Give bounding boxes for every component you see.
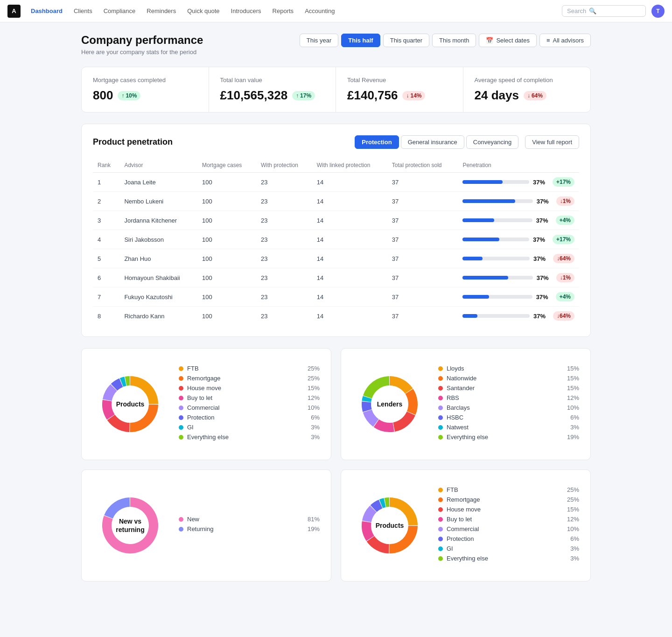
legend-item: House move 15% [179, 385, 320, 392]
col-rank: Rank [93, 158, 119, 173]
col-linked: With linked protection [312, 158, 387, 173]
period-this-half[interactable]: This half [341, 34, 380, 47]
nav-item-introducers[interactable]: Introducers [226, 5, 266, 17]
change-badge: +17% [553, 235, 574, 244]
period-this-year[interactable]: This year [300, 34, 338, 47]
charts-row-1: Products FTB 25% Remortgage 25% House mo… [81, 348, 591, 460]
navigation: A Dashboard Clients Compliance Reminders… [0, 0, 672, 22]
legend-name: Everything else [187, 434, 229, 441]
progress-bar-fill [462, 276, 508, 280]
nav-item-reminders[interactable]: Reminders [142, 5, 181, 17]
cell-with-protection: 23 [256, 307, 312, 326]
view-report-button[interactable]: View full report [525, 135, 579, 149]
progress-bar-fill [462, 295, 489, 299]
cell-advisor: Nembo Lukeni [119, 192, 197, 211]
legend-item: FTB 25% [438, 486, 579, 493]
legend-name: Everything else [447, 555, 488, 562]
products2-legend: FTB 25% Remortgage 25% House move 15% [438, 486, 579, 565]
legend-name: Protection [187, 414, 215, 421]
products-chart: Products FTB 25% Remortgage 25% House mo… [81, 348, 331, 460]
new-vs-returning-donut: New vs returning [93, 488, 168, 563]
cell-with-protection: 23 [256, 173, 312, 192]
legend-item: Protection 6% [438, 535, 579, 542]
cell-penetration: 37% ↓1% [458, 192, 579, 211]
cell-penetration: 37% +4% [458, 211, 579, 230]
lenders-legend: Lloyds 15% Nationwide 15% Santander 15% [438, 365, 579, 443]
cell-with-protection: 23 [256, 211, 312, 230]
cell-rank: 8 [93, 307, 119, 326]
nav-item-compliance[interactable]: Compliance [99, 5, 140, 17]
nav-item-dashboard[interactable]: Dashboard [26, 5, 67, 17]
cell-advisor: Joana Leite [119, 173, 197, 192]
legend-pct: 6% [570, 414, 579, 421]
legend-item: HSBC 6% [438, 414, 579, 421]
tab-protection[interactable]: Protection [355, 135, 399, 149]
cell-with-protection: 23 [256, 230, 312, 249]
legend-name: House move [447, 506, 481, 513]
arrow-down-icon: ↓ [406, 92, 409, 99]
progress-bar-bg [462, 199, 532, 203]
tab-general-insurance[interactable]: General insurance [401, 135, 464, 149]
legend-name: Commercial [187, 404, 219, 411]
cell-linked-protection: 14 [312, 230, 387, 249]
cell-rank: 5 [93, 249, 119, 268]
cell-linked-protection: 14 [312, 268, 387, 287]
legend-pct: 25% [308, 365, 320, 372]
page-subtitle: Here are your company stats for the peri… [81, 49, 203, 56]
products-legend: FTB 25% Remortgage 25% House move 15% [179, 365, 320, 443]
tab-conveyancing[interactable]: Conveyancing [466, 135, 518, 149]
legend-item: Everything else 3% [438, 555, 579, 562]
legend-dot [179, 517, 183, 522]
legend-dot [438, 546, 443, 551]
progress-bar-fill [462, 314, 477, 318]
period-this-month[interactable]: This month [432, 34, 476, 47]
legend-item: Everything else 3% [179, 434, 320, 441]
stat-mortgage-cases: Mortgage cases completed 800 ↑ 10% [82, 67, 209, 112]
legend-dot [438, 366, 443, 371]
progress-bar-bg [462, 238, 529, 241]
cell-mortgage-cases: 100 [197, 192, 256, 211]
legend-name: New [187, 516, 199, 523]
legend-dot [179, 366, 183, 371]
logo: A [7, 5, 21, 18]
penetration-pct: 37% [536, 294, 552, 301]
legend-name: Protection [447, 535, 474, 542]
cell-linked-protection: 14 [312, 192, 387, 211]
search-icon: 🔍 [589, 7, 596, 14]
cell-penetration: 37% ↓64% [458, 307, 579, 326]
cell-mortgage-cases: 100 [197, 230, 256, 249]
select-dates-button[interactable]: 📅 Select dates [479, 34, 537, 47]
col-penetration: Penetration [458, 158, 579, 173]
arrow-down-icon-2: ↓ [527, 92, 530, 99]
legend-name: GI [447, 545, 453, 552]
legend-name: Lloyds [447, 365, 464, 372]
search-label: Search [567, 7, 586, 14]
legend-item: RBS 12% [438, 394, 579, 401]
legend-pct: 3% [570, 424, 579, 431]
period-this-quarter[interactable]: This quarter [383, 34, 429, 47]
nav-item-quickquote[interactable]: Quick quote [182, 5, 224, 17]
all-advisors-button[interactable]: ≡ All advisors [539, 34, 591, 47]
change-badge: ↓1% [556, 273, 574, 282]
nav-item-clients[interactable]: Clients [69, 5, 97, 17]
legend-pct: 10% [567, 404, 579, 411]
search-input[interactable]: Search 🔍 [562, 5, 646, 17]
cell-advisor: Richardo Kann [119, 307, 197, 326]
lenders-chart: Lenders Lloyds 15% Nationwide 15% Santan… [341, 348, 591, 460]
nav-item-reports[interactable]: Reports [268, 5, 299, 17]
legend-pct: 15% [567, 506, 579, 513]
legend-dot [179, 376, 183, 381]
nav-item-accounting[interactable]: Accounting [300, 5, 339, 17]
cell-linked-protection: 14 [312, 249, 387, 268]
cell-penetration: 37% +17% [458, 230, 579, 249]
stat-badge-revenue: ↓ 14% [402, 91, 425, 100]
progress-bar-fill [462, 180, 503, 184]
legend-item: GI 3% [438, 545, 579, 552]
legend-name: Everything else [447, 434, 488, 441]
penetration-pct: 37% [533, 179, 549, 186]
products-donut: Products [93, 367, 168, 441]
products2-donut: Products [352, 488, 427, 563]
change-badge: ↓1% [556, 196, 574, 206]
legend-dot [179, 425, 183, 430]
table-row: 5 Zhan Huo 100 23 14 37 37% ↓64% [93, 249, 579, 268]
